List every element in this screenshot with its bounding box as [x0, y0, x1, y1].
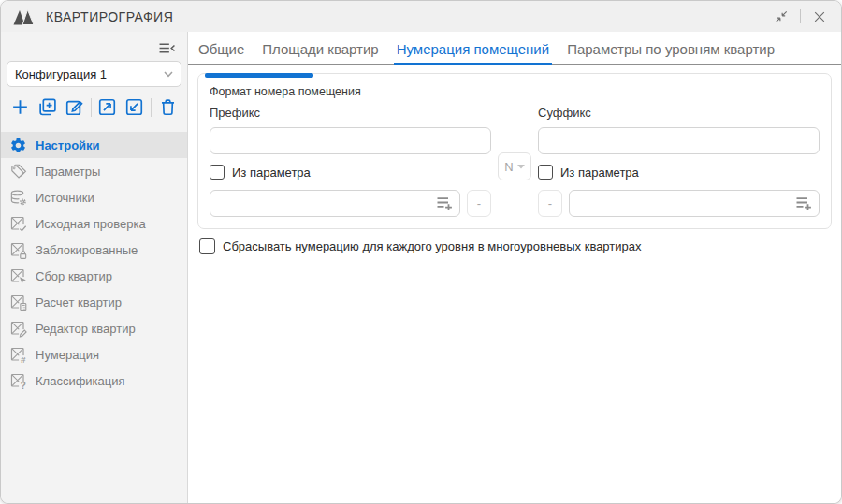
toolbar-separator — [151, 98, 152, 117]
sidebar-item-classification[interactable]: ? Классификация — [1, 367, 187, 394]
sidebar-item-numbering[interactable]: # Нумерация — [1, 341, 187, 367]
chevron-down-icon — [164, 71, 173, 78]
plan-calculator-icon — [9, 294, 27, 311]
group-accent-bar — [205, 73, 313, 78]
sidebar-item-settings[interactable]: Настройки — [1, 132, 187, 158]
plan-cursor-icon — [9, 267, 27, 285]
titlebar-separator — [762, 9, 762, 23]
main-area: Общие Площади квартир Нумерация помещени… — [188, 32, 841, 503]
number-format-group: Формат номера помещения Префикс Суффикс … — [197, 73, 832, 229]
sidebar-item-apartment-editor[interactable]: Редактор квартир — [1, 315, 187, 341]
sidebar-item-locked[interactable]: Заблокированные — [1, 237, 187, 263]
plan-check-icon — [9, 215, 27, 233]
plan-hash-icon: # — [9, 346, 27, 364]
app-logo-icon — [12, 7, 36, 26]
collapse-sidebar-button[interactable] — [155, 38, 178, 57]
plan-pencil-icon — [9, 320, 27, 338]
tab-level-parameters[interactable]: Параметры по уровням квартир — [564, 41, 777, 64]
prefix-parameter-input[interactable] — [210, 190, 460, 217]
sidebar-item-initial-check[interactable]: Исходная проверка — [1, 210, 187, 237]
add-configuration-button[interactable] — [9, 96, 31, 118]
suffix-parameter-minus-button[interactable]: - — [538, 190, 562, 217]
tab-room-numbering[interactable]: Нумерация помещений — [394, 41, 552, 64]
prefix-input[interactable] — [210, 127, 491, 154]
svg-text:?: ? — [21, 381, 26, 390]
tab-apartment-areas[interactable]: Площади квартир — [259, 41, 381, 64]
suffix-parameter-pick-icon[interactable] — [795, 195, 813, 211]
sidebar-menu: Настройки Параметры — [1, 132, 187, 394]
prefix-from-parameter-checkbox[interactable] — [210, 165, 225, 180]
edit-configuration-button[interactable] — [64, 96, 85, 118]
import-configuration-button[interactable] — [123, 96, 145, 118]
suffix-from-parameter-label: Из параметра — [560, 166, 639, 180]
suffix-input[interactable] — [538, 127, 820, 154]
reset-numbering-checkbox[interactable] — [199, 238, 215, 254]
tags-icon — [9, 163, 27, 180]
prefix-parameter-pick-icon[interactable] — [436, 195, 454, 211]
delete-configuration-button[interactable] — [157, 96, 179, 118]
titlebar-separator — [800, 9, 801, 23]
plan-question-icon: ? — [9, 372, 27, 390]
svg-text:#: # — [21, 354, 26, 364]
export-configuration-button[interactable] — [96, 96, 118, 118]
toolbar-separator — [91, 98, 92, 117]
sidebar-item-apartment-calculation[interactable]: Расчет квартир — [1, 289, 187, 315]
collapse-sidebar-icon — [158, 41, 176, 55]
sidebar: Конфигурация 1 — [1, 32, 188, 503]
import-icon — [124, 97, 144, 117]
plus-icon — [10, 97, 30, 117]
plan-lock-icon — [9, 241, 27, 259]
reset-numbering-label: Сбрасывать нумерацию для каждого уровня … — [223, 239, 642, 253]
chevron-down-icon — [517, 165, 525, 169]
number-format-select[interactable]: N — [498, 152, 531, 180]
sidebar-item-apartment-collection[interactable]: Сбор квартир — [1, 263, 187, 289]
close-window-button[interactable] — [809, 7, 830, 27]
close-icon — [813, 10, 826, 23]
export-icon — [97, 97, 117, 117]
prefix-label: Префикс — [210, 106, 491, 120]
number-format-value: N — [504, 160, 513, 174]
prefix-parameter-minus-button[interactable]: - — [467, 190, 491, 217]
configuration-toolbar — [1, 87, 187, 124]
tab-general[interactable]: Общие — [196, 41, 247, 64]
configuration-select-value: Конфигурация 1 — [15, 67, 164, 81]
gear-icon — [9, 137, 27, 154]
suffix-label: Суффикс — [538, 106, 820, 120]
trash-icon — [158, 97, 178, 117]
duplicate-icon — [37, 97, 57, 117]
suffix-from-parameter-checkbox[interactable] — [538, 165, 553, 180]
duplicate-configuration-button[interactable] — [36, 96, 58, 118]
collapse-window-button[interactable] — [771, 7, 791, 27]
prefix-from-parameter-label: Из параметра — [232, 166, 311, 180]
tabbar: Общие Площади квартир Нумерация помещени… — [188, 32, 841, 65]
app-window: КВАРТИРОГРАФИЯ — [0, 0, 842, 504]
sidebar-item-sources[interactable]: Источники — [1, 184, 187, 210]
sidebar-item-parameters[interactable]: Параметры — [1, 158, 187, 184]
titlebar: КВАРТИРОГРАФИЯ — [1, 1, 841, 32]
configuration-select[interactable]: Конфигурация 1 — [7, 61, 181, 87]
group-title: Формат номера помещения — [210, 85, 820, 98]
suffix-parameter-input[interactable] — [569, 190, 820, 217]
database-gear-icon — [9, 189, 27, 207]
collapse-arrows-icon — [775, 10, 788, 23]
edit-icon — [65, 97, 84, 117]
app-title: КВАРТИРОГРАФИЯ — [46, 9, 173, 24]
